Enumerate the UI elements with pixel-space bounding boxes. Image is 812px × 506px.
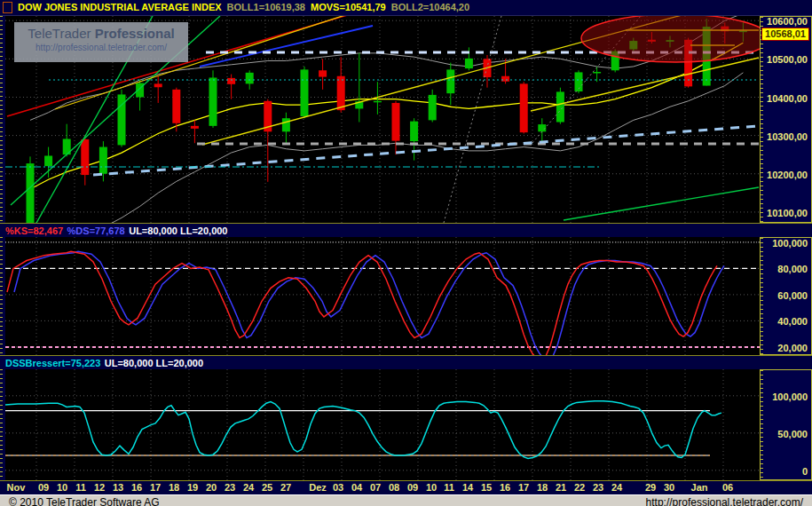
chart-icon — [3, 2, 12, 13]
candle-24.11 — [227, 78, 235, 84]
x-axis-label: 08 — [389, 482, 399, 494]
x-axis-label: 27 — [280, 482, 291, 494]
x-axis-label: Jan — [691, 482, 708, 494]
y-axis-label: 50,000 — [777, 429, 808, 439]
indicator-movs-value: MOVS=10541,79 — [311, 3, 386, 12]
y-axis-label: 100,000 — [772, 238, 808, 249]
x-axis-label: 29 — [645, 482, 656, 494]
stochastic-panel — [5, 237, 760, 355]
y-axis-label: 100,000 — [772, 391, 808, 402]
main-price-axis[interactable]: 10568,01 10600,0010500,0010400,0010300,0… — [760, 16, 812, 223]
x-axis-label: 16 — [500, 482, 510, 494]
dss-panel — [5, 369, 760, 480]
candle-01.12 — [301, 69, 309, 116]
dss-canvas[interactable] — [5, 369, 760, 480]
x-axis-label: 22 — [574, 482, 585, 494]
x-axis-label: 23 — [225, 482, 235, 494]
candle-11.12 — [446, 69, 454, 93]
x-axis-label: 04 — [351, 482, 362, 494]
ds-value-label: %DS=77,678 — [67, 225, 125, 236]
x-axis-label: 12 — [94, 482, 105, 494]
candle-14.12 — [465, 59, 473, 68]
x-axis-label: 17 — [150, 482, 161, 494]
x-axis-label: 20 — [206, 482, 217, 494]
x-axis-label: 24 — [611, 482, 622, 494]
candle-09.12 — [410, 122, 418, 141]
trendline — [93, 126, 759, 175]
candle-10.12 — [429, 95, 437, 120]
candle-30.11 — [282, 118, 290, 131]
dss-axis[interactable]: 100,00050,0000 — [760, 369, 812, 480]
candle-13.11 — [99, 147, 107, 174]
dss-levels-label: UL=80,000 LL=20,000 — [105, 358, 203, 368]
ks-levels-label: UL=80,000 LL=20,000 — [129, 225, 227, 236]
x-axis-label: 21 — [556, 482, 566, 494]
watermark: TeleTrader Professional http://professio… — [14, 22, 188, 62]
x-axis-label: 19 — [187, 482, 198, 494]
copyright-text: © 2010 TeleTrader Software AG — [9, 496, 160, 506]
x-axis-label: 10 — [57, 482, 67, 494]
candle-02.12 — [319, 70, 327, 76]
x-axis-label: Nov — [7, 482, 26, 494]
y-axis-label: 40,000 — [777, 316, 808, 327]
status-url: http://professional.teletrader.com/ — [646, 496, 803, 506]
ds-line — [14, 251, 724, 355]
y-axis-label: 10600,00 — [767, 16, 808, 27]
candle-20.11 — [191, 126, 199, 129]
main-chart-panel: TeleTrader Professional http://professio… — [5, 16, 760, 223]
y-axis-label: 10400,00 — [767, 93, 808, 104]
stochastic-canvas[interactable] — [5, 237, 760, 355]
last-price-badge: 10568,01 — [761, 28, 809, 41]
x-axis-label: 11 — [75, 482, 86, 494]
x-axis-label: 16 — [131, 482, 142, 494]
x-axis-label: 13 — [113, 482, 123, 494]
x-axis-label: 07 — [370, 482, 381, 494]
y-axis-label: 10200,00 — [767, 170, 808, 180]
stochastic-axis[interactable]: 100,00080,00060,00040,00020,000 — [760, 237, 812, 355]
teletrader-window: DOW JONES INDUSTRIAL AVERAGE INDEX BOLL1… — [0, 0, 812, 506]
x-axis-label: 03 — [333, 482, 343, 494]
trendline — [564, 187, 759, 220]
stochastic-header: %KS=82,467 %DS=77,678 UL=80,000 LL=20,00… — [0, 223, 812, 237]
x-axis-label: 23 — [593, 482, 603, 494]
candle-03.12 — [337, 76, 345, 110]
x-axis-label: 18 — [537, 482, 548, 494]
title-bar: DOW JONES INDUSTRIAL AVERAGE INDEX BOLL1… — [0, 0, 812, 16]
y-axis-label: 10500,00 — [767, 54, 808, 65]
y-axis-label: 10300,00 — [767, 131, 808, 142]
candle-23.12 — [593, 72, 601, 74]
trendline — [531, 58, 759, 111]
candle-10.11 — [44, 155, 52, 166]
candle-19.11 — [172, 90, 180, 123]
x-axis-label: 06 — [722, 482, 733, 494]
dss-header: DSSBressert=75,223 UL=80,000 LL=20,000 — [0, 355, 812, 369]
x-axis-label: 09 — [38, 482, 49, 494]
y-axis-label: 10100,00 — [767, 208, 808, 218]
x-axis-label: Dez — [309, 482, 327, 494]
y-axis-label: 20,000 — [777, 343, 808, 353]
indicator-boll2-value: BOLL2=10464,20 — [391, 3, 469, 12]
x-axis-label: 14 — [462, 482, 473, 494]
candle-25.11 — [246, 73, 254, 84]
x-axis-label: 17 — [518, 482, 529, 494]
dss-value-label: DSSBressert=75,223 — [5, 358, 100, 368]
y-axis-label: 80,000 — [777, 264, 808, 274]
y-axis-label: 60,000 — [777, 290, 808, 301]
candle-08.12 — [392, 103, 400, 141]
time-axis[interactable]: Nov0910111213161718192023242527Dez030407… — [0, 480, 812, 494]
x-axis-label: 10 — [426, 482, 437, 494]
watermark-url: http://professional.teletrader.com/ — [14, 43, 188, 53]
x-axis-label: 24 — [243, 482, 254, 494]
candle-21.12 — [556, 91, 564, 122]
x-axis-label: 30 — [664, 482, 674, 494]
x-axis-label: 18 — [169, 482, 179, 494]
x-axis-label: 09 — [407, 482, 418, 494]
watermark-brand: TeleTrader — [28, 26, 94, 41]
candle-17.12 — [520, 83, 528, 132]
candle-23.11 — [209, 77, 217, 125]
candle-18.11 — [154, 83, 162, 87]
indicator-boll1-value: BOLL1=10619,38 — [227, 3, 305, 12]
candle-09.11 — [27, 163, 35, 223]
ks-line — [7, 251, 717, 355]
highlight-ellipse — [581, 16, 760, 62]
